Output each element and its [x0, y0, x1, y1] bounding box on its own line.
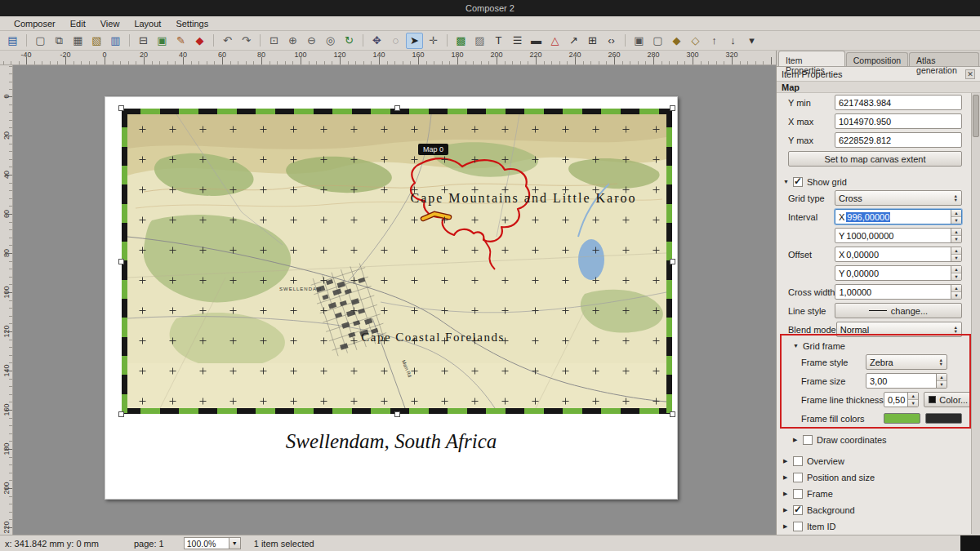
menu-item[interactable]: Edit	[63, 18, 93, 29]
show-grid-checkbox[interactable]	[793, 177, 803, 187]
frame-fill-color2-swatch[interactable]	[925, 413, 962, 424]
section-checkbox[interactable]	[793, 505, 803, 515]
frame-fill-color1-swatch[interactable]	[884, 413, 920, 424]
ungroup-items-icon[interactable]: ▢	[649, 33, 666, 49]
collapsible-section[interactable]: Position and size	[777, 469, 970, 486]
new-composition-icon[interactable]: ▢	[32, 33, 49, 49]
load-template-icon[interactable]: ▧	[88, 33, 105, 49]
offset-y-input[interactable]: Y 0,00000	[835, 265, 962, 281]
separator[interactable]	[211, 33, 216, 49]
ymax-input[interactable]: 6228529.812	[835, 132, 962, 148]
move-item-content-icon[interactable]: ✛	[425, 33, 442, 49]
raise-items-icon[interactable]: ↑	[706, 33, 723, 49]
separator[interactable]	[24, 33, 29, 49]
redo-icon[interactable]: ↷	[238, 33, 255, 49]
undo-icon[interactable]: ↶	[219, 33, 236, 49]
spin-up-icon[interactable]	[908, 393, 918, 399]
zoom-actual-icon[interactable]: ◎	[322, 33, 339, 49]
selection-handle-n[interactable]	[394, 105, 400, 111]
section-checkbox[interactable]	[793, 473, 803, 482]
spin-down-icon[interactable]	[951, 273, 961, 280]
section-collapse-icon[interactable]	[783, 507, 793, 513]
select-move-item-icon[interactable]: ➤	[406, 33, 423, 49]
section-collapse-icon[interactable]	[783, 491, 793, 497]
separator[interactable]	[127, 33, 132, 49]
spin-up-icon[interactable]	[951, 229, 961, 235]
scrollbar-thumb[interactable]	[973, 95, 979, 137]
spin-down-icon[interactable]	[951, 254, 961, 261]
spin-down-icon[interactable]	[908, 399, 918, 407]
spin-down-icon[interactable]	[951, 291, 961, 299]
frame-color-button[interactable]: Color...	[924, 392, 973, 407]
add-attribute-table-icon[interactable]: ⊞	[584, 33, 601, 49]
xmax-input[interactable]: 1014970.950	[835, 113, 962, 129]
panel-tab[interactable]: Item Properties	[778, 51, 845, 66]
spin-up-icon[interactable]	[951, 247, 961, 254]
add-scalebar-icon[interactable]: ▬	[528, 33, 545, 49]
selection-handle-e[interactable]	[670, 259, 675, 264]
add-html-icon[interactable]: ‹›	[603, 33, 620, 49]
panel-scrollbar[interactable]	[971, 93, 980, 534]
cross-width-input[interactable]: 1,00000	[835, 284, 962, 300]
line-style-button[interactable]: change...	[835, 303, 962, 318]
spin-down-icon[interactable]	[951, 216, 961, 224]
panel-tab[interactable]: Composition	[846, 52, 908, 66]
zoom-out-icon[interactable]: ⊖	[303, 33, 320, 49]
composer-manager-icon[interactable]: ▦	[69, 33, 87, 49]
lock-items-icon[interactable]: ◆	[668, 33, 685, 49]
export-pdf-icon[interactable]: ◆	[191, 33, 208, 49]
export-image-icon[interactable]: ▣	[154, 33, 171, 49]
export-svg-icon[interactable]: ✎	[172, 33, 189, 49]
collapsible-section[interactable]: Item ID	[777, 518, 970, 534]
panel-tab[interactable]: Atlas generation	[909, 52, 979, 66]
composer-canvas[interactable]: SWELLENDAM Main Rd Map 0 Cape M	[13, 65, 776, 535]
separator[interactable]	[360, 33, 366, 49]
save-template-icon[interactable]: ▥	[107, 33, 124, 49]
separator[interactable]	[444, 33, 450, 49]
zoom-full-icon[interactable]: ⊡	[265, 33, 283, 49]
collapsible-section[interactable]: Background	[777, 502, 970, 518]
section-checkbox[interactable]	[793, 489, 803, 499]
zoom-in-icon[interactable]: ⊕	[284, 33, 301, 49]
offset-x-input[interactable]: X 0,00000	[835, 247, 962, 262]
add-label-icon[interactable]: T	[490, 33, 507, 49]
section-collapse-icon[interactable]	[783, 474, 793, 481]
toolbar-overflow-icon[interactable]: ▾	[743, 33, 760, 49]
collapsible-section[interactable]: Frame	[777, 486, 970, 502]
add-legend-icon[interactable]: ☰	[509, 33, 526, 49]
section-collapse-icon[interactable]	[783, 458, 793, 464]
menu-item[interactable]: View	[93, 18, 127, 29]
print-icon[interactable]: ⊟	[135, 33, 152, 49]
selection-handle-w[interactable]	[118, 259, 124, 264]
map-item[interactable]: SWELLENDAM Main Rd Map 0 Cape M	[122, 109, 672, 414]
show-grid-collapse-icon[interactable]	[783, 179, 793, 184]
add-shape-icon[interactable]: △	[546, 33, 564, 49]
draw-coordinates-collapse-icon[interactable]	[793, 437, 803, 443]
section-checkbox[interactable]	[793, 456, 803, 466]
lower-items-icon[interactable]: ↓	[724, 33, 742, 49]
interval-y-input[interactable]: Y 1000,00000	[835, 228, 962, 243]
spin-up-icon[interactable]	[951, 285, 961, 291]
separator[interactable]	[257, 33, 263, 49]
selection-handle-ne[interactable]	[670, 105, 675, 111]
grid-type-combo[interactable]: Cross	[835, 190, 962, 206]
spin-down-icon[interactable]	[951, 235, 961, 242]
refresh-view-icon[interactable]: ↻	[341, 33, 358, 49]
selection-handle-nw[interactable]	[118, 105, 124, 111]
section-collapse-icon[interactable]	[783, 523, 793, 530]
separator[interactable]	[622, 33, 628, 49]
ymin-input[interactable]: 6217483.984	[835, 95, 962, 110]
selection-handle-se[interactable]	[670, 411, 675, 417]
add-image-icon[interactable]: ▨	[471, 33, 488, 49]
selection-handle-s[interactable]	[394, 411, 400, 417]
spin-up-icon[interactable]	[937, 374, 947, 380]
menu-item[interactable]: Settings	[168, 18, 216, 29]
composition-page[interactable]: SWELLENDAM Main Rd Map 0 Cape M	[105, 96, 678, 500]
spin-up-icon[interactable]	[951, 266, 961, 273]
interval-x-input[interactable]: X 996,00000	[835, 209, 962, 224]
frame-size-input[interactable]: 3,00	[866, 373, 947, 389]
unlock-items-icon[interactable]: ◇	[687, 33, 704, 49]
collapsible-section[interactable]: Overview	[777, 453, 970, 469]
menu-item[interactable]: Composer	[7, 18, 63, 29]
pan-tool-icon[interactable]: ✥	[368, 33, 385, 49]
